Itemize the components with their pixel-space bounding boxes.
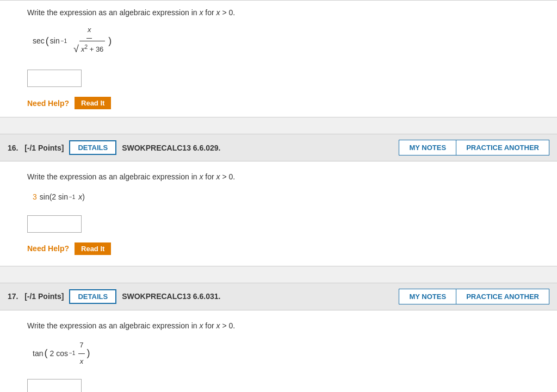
top-problem-partial: Write the expression as an algebraic exp… [0,0,557,117]
need-help-label-top: Need Help? [27,99,69,108]
answer-input-top[interactable] [27,70,82,87]
details-button-16[interactable]: DETAILS [69,140,116,155]
problem-17-math: tan ( 2 cos −1 7 x ) [27,338,541,369]
right-buttons-16: MY NOTES PRACTICE ANOTHER [399,140,549,155]
problem-17-instruction: Write the expression as an algebraic exp… [27,321,541,330]
details-button-17[interactable]: DETAILS [69,289,116,304]
problem-16-instruction: Write the expression as an algebraic exp… [27,172,541,181]
read-it-button-top[interactable]: Read It [75,97,111,109]
problem-16-number: 16. [-/1 Points] [8,144,64,152]
my-notes-button-16[interactable]: MY NOTES [399,140,456,155]
top-math-expression: sec ( sin −1 x √ x2 + 36 ) [27,22,541,60]
my-notes-button-17[interactable]: MY NOTES [399,289,456,304]
gap-1 [0,117,557,134]
problem-17-section: 17. [-/1 Points] DETAILS SWOKPRECALC13 6… [0,283,557,392]
need-help-top: Need Help? Read It [27,97,541,109]
problem-16-code: SWOKPRECALC13 6.6.029. [122,144,393,152]
practice-button-17[interactable]: PRACTICE ANOTHER [456,289,549,304]
practice-button-16[interactable]: PRACTICE ANOTHER [456,140,549,155]
top-instruction: Write the expression as an algebraic exp… [27,8,541,17]
problem-16-body: Write the expression as an algebraic exp… [0,161,557,266]
problem-16-header: 16. [-/1 Points] DETAILS SWOKPRECALC13 6… [0,134,557,161]
problem-17-code: SWOKPRECALC13 6.6.031. [122,292,393,301]
problem-17-body: Write the expression as an algebraic exp… [0,310,557,392]
problem-16-math: 3 sin(2 sin −1 x) [27,189,541,206]
need-help-16: Need Help? Read It [27,242,541,255]
answer-input-16[interactable] [27,215,82,233]
need-help-label-16: Need Help? [27,244,69,253]
read-it-button-16[interactable]: Read It [75,242,111,255]
gap-2 [0,266,557,283]
problem-17-number: 17. [-/1 Points] [8,292,64,301]
problem-17-header: 17. [-/1 Points] DETAILS SWOKPRECALC13 6… [0,283,557,310]
problem-16-section: 16. [-/1 Points] DETAILS SWOKPRECALC13 6… [0,134,557,266]
answer-input-17[interactable] [27,379,82,392]
right-buttons-17: MY NOTES PRACTICE ANOTHER [399,289,549,304]
